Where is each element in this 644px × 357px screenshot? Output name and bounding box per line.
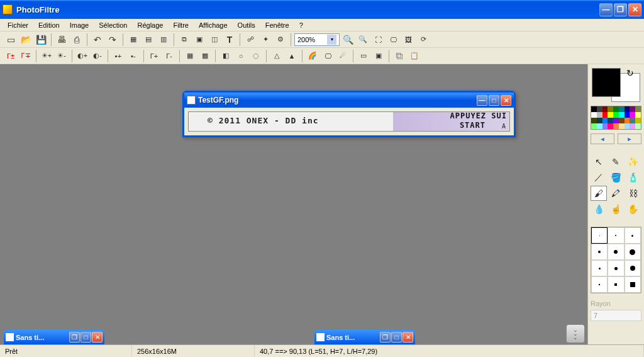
print-button[interactable]: 🖶 [55,33,69,47]
explorer-button[interactable]: 🖼 [401,33,415,47]
module-button[interactable]: ▣ [372,49,386,63]
index-button[interactable]: ▥ [157,33,170,47]
palette-swatch[interactable] [635,118,641,123]
palette-swatch[interactable] [613,106,619,112]
zoom-select[interactable]: 200% ▾ [294,33,340,46]
redo-button[interactable]: ↷ [106,33,119,47]
doc-maximize-button[interactable]: □ [391,332,402,343]
menu-help[interactable]: ? [294,20,308,30]
menu-affichage[interactable]: Affichage [194,20,233,30]
brush-size-option[interactable] [591,260,608,276]
brush-size-option[interactable] [608,244,624,260]
rayon-input[interactable] [591,310,641,321]
palette-swatch[interactable] [591,112,597,118]
doc-restore-button[interactable]: ❐ [69,332,80,343]
menu-fichier[interactable]: Fichier [3,20,33,30]
automate-button[interactable]: ⟳ [416,33,430,47]
window-minimize-button[interactable]: — [599,3,613,16]
zoom-in-button[interactable]: 🔍 [341,33,355,47]
effects-button[interactable]: ✦ [258,33,272,47]
swap-colors-icon[interactable]: ↻ [626,68,634,78]
edge-button[interactable]: ▲ [285,49,299,63]
palette-swatch[interactable] [591,123,597,129]
palette-button[interactable]: ▤ [142,33,155,47]
crop-button[interactable]: ◫ [208,33,221,47]
scan-button[interactable]: ⎙ [70,33,84,47]
brush-tool[interactable]: 🖌 [591,186,607,201]
gamma-minus-button[interactable]: Γ- [162,49,176,63]
palette-swatch[interactable] [625,123,630,129]
palette-swatch[interactable] [597,112,602,118]
brush-size-option[interactable] [608,227,624,244]
smudge-tool[interactable]: ☝ [608,201,624,217]
fullscreen-button[interactable]: 🖵 [386,33,400,47]
variation-button[interactable]: 🖵 [321,49,335,63]
doc-restore-button[interactable]: ❐ [380,332,391,343]
eyedropper-tool[interactable]: ✎ [608,154,624,169]
palette-swatch[interactable] [608,118,613,123]
contrast-plus-button[interactable]: ◐+ [75,49,89,63]
doc-close-button[interactable]: ✕ [92,332,103,343]
zoom-fit-button[interactable]: ⛶ [371,33,385,47]
brush-size-option[interactable] [608,276,624,293]
minimized-document-1[interactable]: Sans ti... ❐ □ ✕ [4,330,104,344]
palette-swatch[interactable] [619,106,625,112]
layers-button[interactable]: ☍ [243,33,257,47]
grayscale-button[interactable]: ▩ [198,49,212,63]
palette-swatch[interactable] [608,112,613,118]
gamma-plus-button[interactable]: Γ+ [147,49,161,63]
palette-swatch[interactable] [602,112,608,118]
palette-prev-button[interactable]: ◄ [591,133,614,144]
palette-swatch[interactable] [630,118,635,123]
gradient-button[interactable]: ☄ [336,49,350,63]
blur-button[interactable]: ○ [234,49,248,63]
colorize-button[interactable]: 🌈 [306,49,319,63]
text-button[interactable]: T [223,33,236,47]
doc-maximize-button[interactable]: □ [80,332,91,343]
brush-size-option[interactable] [625,276,641,293]
menu-edition[interactable]: Edition [33,20,65,30]
brush-size-option[interactable] [591,276,608,293]
undo-button[interactable]: ↶ [91,33,104,47]
palette-swatch[interactable] [619,123,625,129]
palette-swatch[interactable] [613,112,619,118]
palette-swatch[interactable] [619,118,625,123]
photomask-button[interactable]: ▭ [357,49,370,63]
new-button[interactable]: ▭ [4,33,18,47]
menu-reglage[interactable]: Réglage [133,20,169,30]
brush-size-option[interactable] [591,244,608,260]
palette-swatch[interactable] [625,112,630,118]
brush-size-option[interactable] [625,260,641,276]
brush-size-option[interactable] [591,227,608,244]
palette-swatch[interactable] [630,112,635,118]
open-button[interactable]: 📂 [19,33,33,47]
palette-swatch[interactable] [619,112,625,118]
saturation-plus-button[interactable]: ▪+ [111,49,125,63]
copy-button[interactable]: ⿻ [392,49,406,63]
resize-canvas-button[interactable]: ▣ [192,33,206,47]
palette-swatch[interactable] [630,106,635,112]
palette-next-button[interactable]: ► [618,133,641,144]
brush-size-option[interactable] [608,260,624,276]
palette-swatch[interactable] [630,123,635,129]
window-close-button[interactable]: ✕ [628,3,641,16]
palette-swatch[interactable] [625,118,630,123]
spray-tool[interactable]: 🧴 [625,170,641,185]
auto-contrast-button[interactable]: Γ∓ [19,49,33,63]
doc-close-button[interactable]: ✕ [501,95,511,106]
menu-image[interactable]: Image [65,20,94,30]
save-button[interactable]: 💾 [34,33,48,47]
brightness-plus-button[interactable]: ☀+ [40,49,53,63]
resize-image-button[interactable]: ⧉ [177,33,191,47]
document-canvas[interactable]: © 2011 ONEX - DD inc APPUYEZ SUI START A [188,111,510,132]
menu-filtre[interactable]: Filtre [168,20,193,30]
foreground-color-swatch[interactable] [592,68,621,97]
brush-size-option[interactable] [625,244,641,260]
palette-swatch[interactable] [597,106,602,112]
advanced-brush-tool[interactable]: 🖍 [608,186,624,201]
palette-swatch[interactable] [597,123,602,129]
document-window[interactable]: TestGF.png — □ ✕ © 2011 ONEX - DD inc AP… [182,91,516,137]
palette-swatch[interactable] [591,118,597,123]
hand-tool[interactable]: ✋ [625,201,641,217]
palette-swatch[interactable] [602,123,608,129]
